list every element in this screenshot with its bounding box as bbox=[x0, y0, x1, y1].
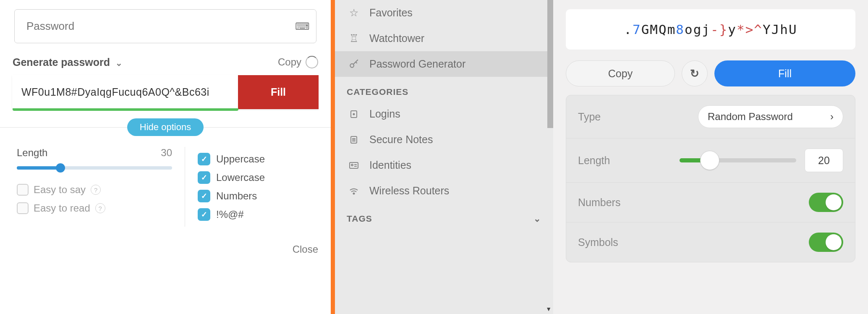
numbers-label: Numbers bbox=[578, 196, 620, 209]
generate-password-title: Generate password bbox=[13, 56, 110, 68]
slider-thumb[interactable] bbox=[700, 151, 719, 170]
note-icon bbox=[347, 135, 361, 145]
copy-button[interactable]: Copy bbox=[278, 56, 318, 68]
chevron-down-icon: ⌄ bbox=[533, 214, 541, 224]
help-icon[interactable]: ? bbox=[91, 185, 101, 195]
svg-point-2 bbox=[353, 113, 355, 115]
tags-heading[interactable]: TAGS⌄ bbox=[335, 204, 553, 228]
symbols-option[interactable]: ✓!%@# bbox=[198, 208, 314, 221]
id-card-icon bbox=[347, 160, 361, 170]
hide-options-button[interactable]: Hide options bbox=[127, 118, 204, 136]
generated-password: WF0u1M8#DyaIqgFucuq6A0Q^&Bc63i bbox=[12, 75, 238, 109]
generate-password-toggle[interactable]: Generate password ⌄ bbox=[13, 56, 123, 68]
scrollbar[interactable] bbox=[547, 0, 553, 128]
svg-point-5 bbox=[351, 164, 353, 166]
overflow-arrow-icon[interactable]: ▼ bbox=[544, 304, 553, 314]
length-label: Length bbox=[578, 154, 610, 167]
categories-heading: CATEGORIES bbox=[335, 77, 553, 101]
symbols-toggle[interactable] bbox=[809, 233, 843, 252]
checkbox-checked-icon: ✓ bbox=[198, 171, 210, 184]
star-icon: ☆ bbox=[347, 7, 361, 19]
length-value: 30 bbox=[161, 147, 172, 159]
easy-to-read-option[interactable]: Easy to read ? bbox=[17, 202, 172, 214]
slider-track bbox=[17, 166, 60, 170]
sidebar-item-favorites[interactable]: ☆Favorites bbox=[335, 0, 553, 26]
sidebar-item-secure-notes[interactable]: Secure Notes bbox=[335, 127, 553, 152]
lowercase-option[interactable]: ✓Lowercase bbox=[198, 171, 314, 184]
help-icon[interactable]: ? bbox=[95, 203, 105, 213]
lock-icon bbox=[347, 109, 361, 119]
generated-password-display: .7GMQm8ogj-}y*>^YJhU bbox=[566, 9, 855, 50]
numbers-toggle[interactable] bbox=[809, 193, 843, 212]
fill-button[interactable]: Fill bbox=[238, 75, 319, 109]
checkbox-checked-icon: ✓ bbox=[198, 190, 210, 202]
radio-unchecked-icon bbox=[17, 202, 29, 214]
tower-icon: ♖ bbox=[347, 32, 361, 44]
refresh-icon[interactable] bbox=[306, 56, 318, 68]
numbers-option[interactable]: ✓Numbers bbox=[198, 190, 314, 202]
symbols-label: Symbols bbox=[578, 236, 618, 249]
type-selector[interactable]: Random Password › bbox=[698, 105, 843, 128]
panel-divider bbox=[331, 0, 335, 314]
regenerate-button[interactable]: ↻ bbox=[682, 60, 708, 86]
password-input[interactable] bbox=[14, 9, 316, 43]
wifi-icon bbox=[347, 186, 361, 196]
length-label: Length bbox=[17, 147, 47, 159]
length-slider[interactable] bbox=[17, 166, 172, 170]
type-label: Type bbox=[578, 111, 601, 123]
key-icon bbox=[347, 59, 361, 70]
toggle-thumb bbox=[826, 194, 842, 210]
password-manager-icon[interactable]: ⌨︎ bbox=[295, 21, 310, 32]
sidebar-item-logins[interactable]: Logins bbox=[335, 101, 553, 127]
checkbox-checked-icon: ✓ bbox=[198, 208, 210, 221]
strength-meter bbox=[13, 108, 238, 111]
toggle-thumb bbox=[826, 234, 842, 250]
slider-thumb[interactable] bbox=[56, 163, 65, 173]
copy-button[interactable]: Copy bbox=[566, 60, 675, 86]
uppercase-option[interactable]: ✓Uppercase bbox=[198, 153, 314, 165]
chevron-down-icon: ⌄ bbox=[115, 58, 123, 68]
svg-point-6 bbox=[353, 193, 355, 194]
radio-unchecked-icon bbox=[17, 184, 29, 196]
easy-to-say-option[interactable]: Easy to say ? bbox=[17, 184, 172, 196]
length-slider[interactable] bbox=[680, 158, 796, 162]
sidebar-item-watchtower[interactable]: ♖Watchtower bbox=[335, 26, 553, 51]
checkbox-checked-icon: ✓ bbox=[198, 153, 210, 165]
close-button[interactable]: Close bbox=[0, 227, 331, 255]
sidebar-item-wireless-routers[interactable]: Wireless Routers bbox=[335, 178, 553, 204]
svg-rect-4 bbox=[350, 162, 358, 168]
sidebar-item-identities[interactable]: Identities bbox=[335, 152, 553, 178]
chevron-right-icon: › bbox=[830, 111, 834, 123]
sidebar-item-password-generator[interactable]: Password Generator bbox=[335, 51, 553, 77]
length-value[interactable]: 20 bbox=[805, 149, 843, 172]
fill-button[interactable]: Fill bbox=[714, 60, 855, 86]
